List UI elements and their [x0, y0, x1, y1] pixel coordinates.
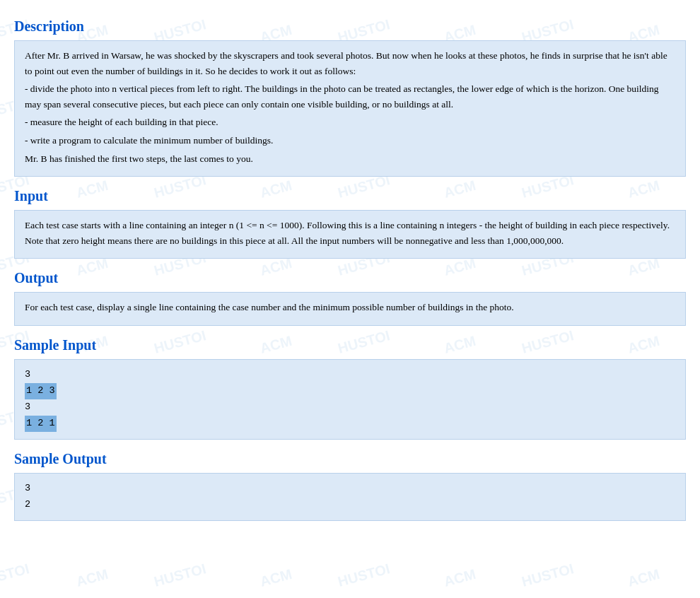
svg-text:ACM: ACM: [74, 566, 110, 590]
svg-text:HUSTOI: HUSTOI: [0, 561, 31, 590]
description-para-2: - divide the photo into n vertical piece…: [25, 81, 675, 112]
description-para-5: Mr. B has finished the first two steps, …: [25, 151, 675, 167]
description-title: Description: [14, 18, 686, 35]
svg-text:HUSTOI: HUSTOI: [152, 561, 207, 590]
sample-input-line-1: 3: [25, 367, 675, 383]
sample-output-line-2: 2: [25, 497, 675, 513]
sample-input-title: Sample Input: [14, 337, 686, 353]
output-box: For each test case, display a single lin…: [14, 292, 686, 326]
description-para-4: - write a program to calculate the minim…: [25, 133, 675, 148]
svg-text:ACM: ACM: [442, 566, 477, 590]
description-box: After Mr. B arrived in Warsaw, he was sh…: [14, 40, 686, 177]
sample-input-line-2: 1 2 3: [25, 383, 675, 399]
page-content: Description After Mr. B arrived in Warsa…: [0, 0, 700, 535]
output-content: For each test case, display a single lin…: [25, 300, 675, 315]
input-title: Input: [14, 188, 686, 204]
input-content: Each test case starts with a line contai…: [25, 218, 675, 248]
sample-input-line-3: 3: [25, 399, 675, 416]
svg-text:HUSTOI: HUSTOI: [336, 561, 391, 590]
sample-output-line-1: 3: [25, 481, 675, 497]
sample-output-title: Sample Output: [14, 451, 686, 467]
svg-text:HUSTOI: HUSTOI: [520, 561, 575, 590]
description-para-1: After Mr. B arrived in Warsaw, he was sh…: [25, 48, 675, 78]
sample-input-box: 3 1 2 3 3 1 2 1: [14, 359, 686, 440]
sample-input-line-4: 1 2 1: [25, 416, 675, 432]
sample-output-box: 3 2: [14, 473, 686, 521]
svg-text:ACM: ACM: [626, 566, 661, 590]
output-title: Output: [14, 270, 686, 286]
input-box: Each test case starts with a line contai…: [14, 210, 686, 259]
description-para-3: - measure the height of each building in…: [25, 115, 675, 130]
svg-text:ACM: ACM: [258, 566, 293, 590]
